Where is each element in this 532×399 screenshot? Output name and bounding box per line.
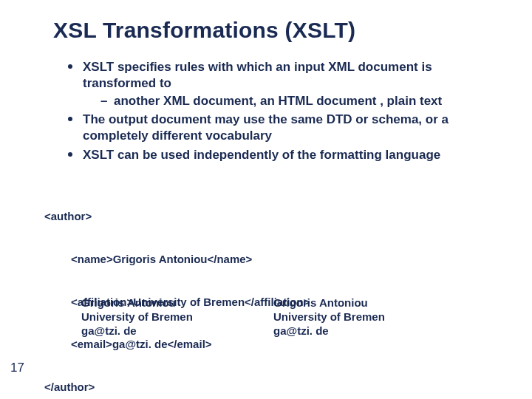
example-left-aff: University of Bremen <box>81 310 273 324</box>
code-line-1: <author> <box>44 209 310 223</box>
code-line-4: <email>ga@tzi. de</email> <box>44 337 310 351</box>
example-right-name: Grigoris Antoniou <box>273 296 466 310</box>
bullet-list: XSLT specifies rules with which an input… <box>66 59 495 163</box>
example-right-email: ga@tzi. de <box>273 324 466 338</box>
example-left: Grigoris Antoniou University of Bremen g… <box>81 296 273 338</box>
example-right: Grigoris Antoniou University of Bremen g… <box>273 296 466 338</box>
code-line-5: </author> <box>44 380 310 394</box>
slide: XSL Transformations (XSLT) XSLT specifie… <box>0 0 532 399</box>
bullet-2: The output document may use the same DTD… <box>66 112 495 144</box>
bullet-1: XSLT specifies rules with which an input… <box>66 59 495 109</box>
page-number: 17 <box>10 361 24 375</box>
slide-title: XSL Transformations (XSLT) <box>53 18 355 43</box>
example-right-aff: University of Bremen <box>273 310 466 324</box>
bullet-1-text: XSLT specifies rules with which an input… <box>83 60 432 90</box>
body-block: XSLT specifies rules with which an input… <box>66 59 495 166</box>
bullet-1-sub: another XML document, an HTML document ,… <box>83 93 495 109</box>
code-line-2: <name>Grigoris Antoniou</name> <box>44 252 310 266</box>
example-left-email: ga@tzi. de <box>81 324 273 338</box>
bullet-1-sub-1: another XML document, an HTML document ,… <box>100 93 495 109</box>
xml-snippet: <author> <name>Grigoris Antoniou</name> … <box>44 181 310 399</box>
bullet-3: XSLT can be used independently of the fo… <box>66 147 495 163</box>
examples-row: Grigoris Antoniou University of Bremen g… <box>81 296 495 338</box>
example-left-name: Grigoris Antoniou <box>81 296 273 310</box>
